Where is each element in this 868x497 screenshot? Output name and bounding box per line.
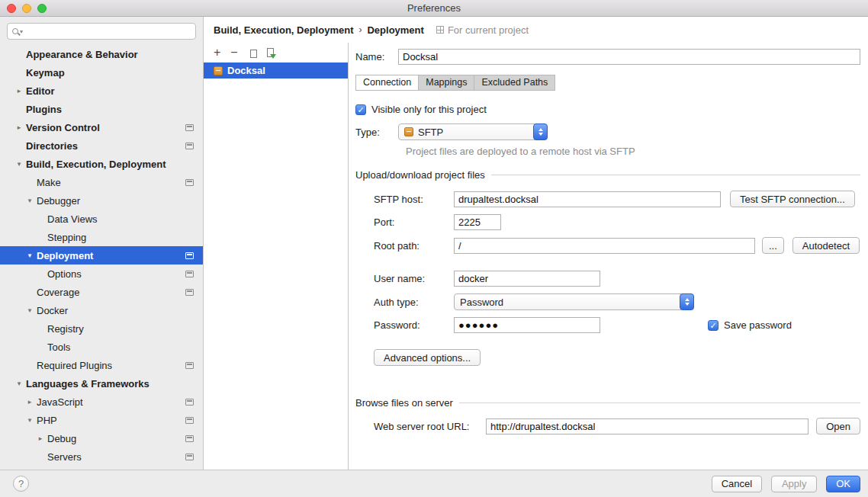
sidebar-item-label: Debug bbox=[47, 433, 76, 444]
type-dropdown[interactable]: SFTP bbox=[398, 123, 548, 140]
name-input[interactable] bbox=[398, 49, 860, 65]
settings-sidebar: ▾ Appearance & Behavior Keymap ▸ Editor bbox=[0, 17, 204, 470]
sidebar-item-make[interactable]: Make bbox=[0, 173, 203, 191]
remove-server-button[interactable]: − bbox=[230, 46, 237, 59]
password-label: Password: bbox=[374, 319, 454, 331]
sidebar-item-label: JavaScript bbox=[37, 396, 83, 408]
chevron-right-icon[interactable]: ▸ bbox=[34, 434, 47, 442]
chevron-down-icon[interactable]: ▾ bbox=[12, 380, 26, 387]
sftp-host-input[interactable] bbox=[454, 191, 721, 207]
sidebar-item-keymap[interactable]: Keymap bbox=[0, 63, 203, 82]
chevron-down-icon[interactable]: ▾ bbox=[23, 306, 37, 314]
auth-type-value: Password bbox=[460, 297, 503, 308]
browse-root-path-button[interactable]: ... bbox=[762, 237, 784, 254]
tab-connection[interactable]: Connection bbox=[355, 75, 419, 91]
project-grid-icon bbox=[436, 26, 444, 34]
tab-excluded-paths[interactable]: Excluded Paths bbox=[474, 75, 555, 91]
sidebar-item-php-debug[interactable]: ▸ Debug bbox=[0, 429, 203, 447]
web-root-input[interactable] bbox=[486, 418, 809, 434]
sidebar-item-deployment[interactable]: ▾ Deployment bbox=[0, 246, 203, 265]
sidebar-item-version-control[interactable]: ▸ Version Control bbox=[0, 118, 203, 136]
chevron-right-icon[interactable]: ▸ bbox=[12, 87, 26, 95]
sidebar-item-options[interactable]: Options bbox=[0, 265, 203, 283]
sidebar-item-label: Plugins bbox=[26, 104, 62, 115]
help-button[interactable]: ? bbox=[13, 476, 29, 492]
visible-only-checkbox[interactable]: Visible only for this project bbox=[355, 104, 860, 115]
copy-server-button[interactable] bbox=[248, 47, 257, 58]
sidebar-item-label: Stepping bbox=[47, 232, 86, 243]
sidebar-item-directories[interactable]: Directories bbox=[0, 136, 203, 155]
scope-label: For current project bbox=[448, 24, 529, 36]
tab-mappings[interactable]: Mappings bbox=[418, 75, 474, 91]
add-server-button[interactable]: + bbox=[214, 46, 220, 59]
sidebar-item-label: Keymap bbox=[26, 67, 65, 79]
browse-section-header: Browse files on server bbox=[355, 397, 860, 409]
sidebar-item-registry[interactable]: Registry bbox=[0, 319, 203, 338]
sidebar-item-javascript[interactable]: ▸ JavaScript bbox=[0, 393, 203, 411]
sidebar-item-languages-frameworks[interactable]: ▾ Languages & Frameworks bbox=[0, 374, 203, 393]
chevron-right-icon[interactable]: ▸ bbox=[23, 398, 37, 406]
chevron-down-icon[interactable]: ▾ bbox=[12, 160, 26, 168]
chevron-down-icon[interactable]: ▾ bbox=[23, 252, 37, 259]
sidebar-item-label: Coverage bbox=[37, 287, 79, 298]
sidebar-item-docker[interactable]: ▾ Docker bbox=[0, 301, 203, 319]
page-green-arrow-icon bbox=[267, 48, 274, 57]
project-settings-icon bbox=[185, 179, 194, 186]
cancel-button[interactable]: Cancel bbox=[712, 476, 762, 492]
auth-type-label: Auth type: bbox=[374, 297, 454, 308]
search-input[interactable] bbox=[27, 25, 191, 38]
sidebar-item-plugins[interactable]: Plugins bbox=[0, 100, 203, 118]
sidebar-item-php[interactable]: ▾ PHP bbox=[0, 411, 203, 429]
password-input[interactable] bbox=[454, 317, 600, 333]
project-settings-icon bbox=[185, 417, 194, 424]
breadcrumb-build-execution-deployment[interactable]: Build, Execution, Deployment bbox=[214, 24, 353, 36]
project-settings-icon bbox=[185, 362, 194, 369]
copy-icon bbox=[250, 50, 257, 58]
upload-section-label: Upload/download project files bbox=[355, 169, 485, 181]
server-list-item-docksal[interactable]: Docksal bbox=[204, 63, 348, 79]
apply-button[interactable]: Apply bbox=[771, 476, 817, 492]
save-password-checkbox[interactable]: Save password bbox=[708, 319, 792, 331]
root-path-input[interactable] bbox=[454, 238, 755, 254]
project-settings-icon bbox=[185, 435, 194, 442]
sidebar-item-stepping[interactable]: Stepping bbox=[0, 228, 203, 246]
auth-type-dropdown[interactable]: Password bbox=[454, 293, 694, 310]
browse-section-label: Browse files on server bbox=[355, 397, 453, 409]
sidebar-item-editor[interactable]: ▸ Editor bbox=[0, 82, 203, 100]
sidebar-item-required-plugins[interactable]: Required Plugins bbox=[0, 356, 203, 374]
test-sftp-connection-button[interactable]: Test SFTP connection... bbox=[730, 191, 855, 207]
breadcrumb-deployment[interactable]: Deployment bbox=[367, 24, 423, 36]
sidebar-item-label: Debugger bbox=[37, 195, 80, 207]
sidebar-item-php-servers[interactable]: Servers bbox=[0, 447, 203, 466]
settings-search-field[interactable]: ▾ bbox=[7, 23, 196, 40]
user-name-input[interactable] bbox=[454, 271, 600, 287]
root-path-label: Root path: bbox=[374, 240, 454, 252]
sidebar-item-label: Required Plugins bbox=[37, 360, 112, 371]
breadcrumb-separator-icon: › bbox=[358, 24, 362, 35]
sidebar-item-coverage[interactable]: Coverage bbox=[0, 283, 203, 301]
chevron-down-icon[interactable]: ▾ bbox=[23, 416, 37, 424]
sidebar-item-label: Appearance & Behavior bbox=[26, 49, 138, 60]
sidebar-item-label: Registry bbox=[47, 323, 84, 335]
chevron-right-icon[interactable]: ▸ bbox=[12, 123, 26, 131]
autodetect-button[interactable]: Autodetect bbox=[792, 237, 860, 254]
project-settings-icon bbox=[185, 143, 194, 149]
type-label: Type: bbox=[355, 127, 398, 138]
sidebar-item-label: Make bbox=[37, 177, 61, 188]
advanced-options-button[interactable]: Advanced options... bbox=[374, 349, 481, 366]
sidebar-item-appearance-behavior[interactable]: Appearance & Behavior bbox=[0, 45, 203, 63]
server-list-toolbar: + − bbox=[204, 43, 348, 63]
sidebar-item-debugger[interactable]: ▾ Debugger bbox=[0, 191, 203, 210]
ok-button[interactable]: OK bbox=[826, 476, 860, 492]
sidebar-item-data-views[interactable]: Data Views bbox=[0, 210, 203, 228]
open-button[interactable]: Open bbox=[816, 418, 860, 434]
server-name-label: Docksal bbox=[227, 65, 265, 76]
sidebar-item-label: Tools bbox=[47, 341, 70, 353]
chevron-down-icon[interactable]: ▾ bbox=[23, 197, 37, 204]
use-as-default-button[interactable] bbox=[267, 48, 274, 57]
sidebar-item-build-execution-deployment[interactable]: ▾ Build, Execution, Deployment bbox=[0, 155, 203, 173]
sidebar-item-tools[interactable]: Tools bbox=[0, 338, 203, 356]
sftp-type-icon bbox=[404, 127, 413, 136]
dialog-footer: ? Cancel Apply OK bbox=[0, 470, 868, 497]
port-input[interactable] bbox=[454, 214, 501, 230]
